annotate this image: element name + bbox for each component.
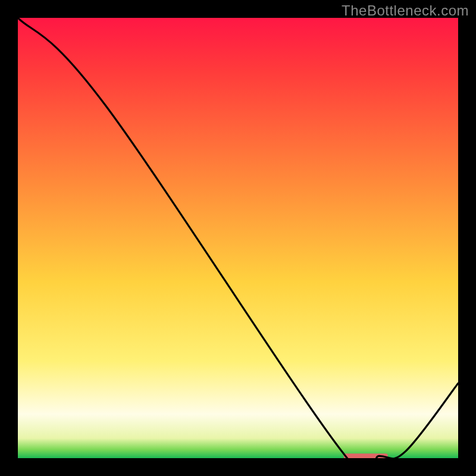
chart-frame: TheBottleneck.com [0, 0, 476, 476]
plot-area [18, 18, 458, 458]
gradient-background [18, 18, 458, 458]
watermark-text: TheBottleneck.com [342, 2, 469, 19]
chart-svg [18, 18, 458, 458]
